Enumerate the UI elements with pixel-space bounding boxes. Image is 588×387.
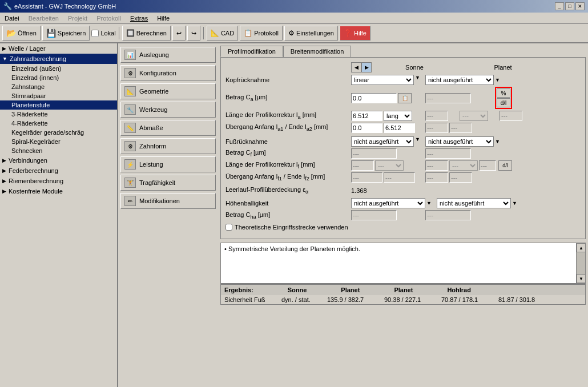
- sidebar-item-einzelrad-innen[interactable]: Einzelrad (innen): [0, 73, 117, 82]
- left-panel: 📊 Auslegung ⚙ Konfiguration 📐 Geometrie …: [118, 43, 218, 387]
- calculate-button[interactable]: 🔲 Berechnen: [122, 26, 171, 41]
- triangle-icon: ▶: [2, 46, 6, 51]
- leerlauf-profilueberdeckung-label: Leerlauf-Profilüberdeckung εα: [225, 186, 351, 195]
- scrollbar-v[interactable]: ▲ ▼: [576, 243, 585, 283]
- sidebar-item-3raeder[interactable]: 3-Räderkette: [0, 110, 117, 119]
- save-icon: 💾: [46, 29, 56, 38]
- help-button[interactable]: ❓ Hilfe: [340, 26, 370, 41]
- sidebar-group-feder[interactable]: ▶ Federberechnung: [0, 166, 117, 176]
- modifikationen-button[interactable]: ✏ Modifikationen: [120, 193, 216, 209]
- lokal-checkbox[interactable]: [91, 30, 99, 37]
- sidebar-item-einzelrad-aussen[interactable]: Einzelrad (außen): [0, 64, 117, 73]
- leistung-button[interactable]: ⚡ Leistung: [120, 156, 216, 172]
- geometrie-button[interactable]: 📐 Geometrie: [120, 83, 216, 99]
- tragfahigkeit-button[interactable]: 🏋 Tragfähigkeit: [120, 175, 216, 191]
- results-row: Sicherheit Fuß dyn. / stat. 135.9 / 382.…: [221, 295, 585, 304]
- di-button[interactable]: d/l: [497, 98, 510, 107]
- menu-datei[interactable]: Datei: [2, 14, 22, 22]
- sidebar-item-kegelraeder[interactable]: Kegelräder gerade/schräg: [0, 128, 117, 137]
- open-button[interactable]: 📂 Öffnen: [2, 26, 41, 41]
- betrag-ca-sonne-input[interactable]: [351, 93, 397, 103]
- laenge-profilkorrektur-sonne-input[interactable]: [351, 111, 382, 121]
- lokal-checkbox-label[interactable]: Lokal: [91, 30, 115, 37]
- uebergang-ende-sonne-input[interactable]: [384, 123, 415, 133]
- info-text-area: • Symmetrische Verteilung der Planeten m…: [221, 243, 576, 283]
- laenge-pf-sonne-dropdown: ---: [375, 160, 404, 171]
- open-icon: 📂: [6, 29, 16, 38]
- cad-icon: 📐: [211, 29, 219, 37]
- sidebar-group-kostenfreie[interactable]: ▶ Kostenfreie Module: [0, 186, 117, 196]
- sidebar-group-verbindungen[interactable]: ▶ Verbindungen: [0, 155, 117, 166]
- auslegung-button[interactable]: 📊 Auslegung: [120, 47, 216, 63]
- laenge-profilkorrektur-f-label: Länge der Profilkorrektur lf [mm]: [225, 161, 351, 170]
- scroll-up-button[interactable]: ▲: [577, 243, 586, 252]
- settings-button[interactable]: ⚙ Einstellungen: [284, 26, 338, 41]
- laenge-profilkorrektur-label: Länge der Profilkorrektur la [mm]: [225, 111, 351, 120]
- result-dynstat: dyn. / stat.: [281, 296, 316, 303]
- sidebar-item-spiral[interactable]: Spiral-Kegelräder: [0, 137, 117, 146]
- kopfruecknahme-label: Kopfrücknahme: [225, 76, 351, 83]
- sidebar-item-stirnradpaar[interactable]: Stirnradpaar: [0, 91, 117, 100]
- di-button-2[interactable]: d/l: [498, 160, 512, 171]
- kopfruecknahme-planet-select[interactable]: nicht ausgeführt: [425, 75, 494, 85]
- betrag-cha-label: Betrag Cha [µm]: [225, 211, 351, 220]
- sidebar-item-planetenstufe[interactable]: Planetenstufe: [0, 100, 117, 110]
- redo-button[interactable]: ↪: [187, 26, 200, 41]
- betrag-cf-planet-input: [425, 148, 471, 159]
- protokoll-button[interactable]: 📋 Protokoll: [240, 26, 283, 41]
- leerlauf-planet2: [449, 172, 472, 183]
- menu-extras[interactable]: Extras: [128, 14, 150, 22]
- sidebar-group-zahnrad[interactable]: ▼ Zahnradberechnung: [0, 54, 117, 64]
- separator-2: [203, 27, 204, 39]
- uebergang-anfang-sonne-input[interactable]: [351, 123, 382, 133]
- betrag-cf-sonne-input: [351, 148, 397, 159]
- konfiguration-button[interactable]: ⚙ Konfiguration: [120, 65, 216, 81]
- laenge-profilkorrektur-sonne-dropdown[interactable]: lang: [384, 111, 412, 121]
- eingriffsstrecke-checkbox[interactable]: [225, 224, 232, 231]
- abmasse-button[interactable]: 📏 Abmaße: [120, 120, 216, 136]
- calculate-icon: 🔲: [126, 29, 135, 37]
- undo-button[interactable]: ↩: [172, 26, 186, 41]
- fussruecknahme-planet-select[interactable]: nicht ausgeführt: [425, 136, 494, 147]
- laenge-pf-planet2: [479, 160, 496, 171]
- save-button[interactable]: 💾 Speichern: [42, 26, 90, 41]
- hoehenballigkeit-sonne-select[interactable]: nicht ausgeführt: [351, 198, 425, 208]
- scroll-down-button[interactable]: ▼: [577, 274, 586, 283]
- minimize-button[interactable]: _: [555, 2, 564, 10]
- betrag-cha-sonne-input: [351, 210, 397, 220]
- konfiguration-icon: ⚙: [124, 68, 136, 78]
- percent-button[interactable]: %: [497, 88, 510, 98]
- sidebar-group-riemen[interactable]: ▶ Riemenberechnung: [0, 176, 117, 186]
- sidebar-group-welle[interactable]: ▶ Welle / Lager: [0, 43, 117, 54]
- nav-prev-button[interactable]: ◀: [351, 62, 361, 72]
- zahnform-button[interactable]: ⚙ Zahnform: [120, 138, 216, 154]
- close-button[interactable]: ✕: [575, 2, 585, 10]
- kopfruecknahme-sonne-select[interactable]: linear: [351, 75, 414, 85]
- sidebar-item-zahnstange[interactable]: Zahnstange: [0, 82, 117, 91]
- tab-profilmodifikation[interactable]: Profilmodifikation: [220, 46, 283, 57]
- werkzeug-button[interactable]: 🔧 Werkzeug: [120, 102, 216, 118]
- betrag-ca-icon-button[interactable]: 📋: [398, 93, 412, 103]
- nav-next-button[interactable]: ▶: [361, 62, 372, 72]
- tab-breitenmodifikation[interactable]: Breitenmodifikation: [283, 46, 352, 57]
- right-panel: Profilmodifikation Breitenmodifikation ◀…: [218, 43, 588, 387]
- triangle-icon-5: ▶: [2, 178, 6, 184]
- menu-projekt[interactable]: Projekt: [66, 14, 90, 22]
- menu-hilfe[interactable]: Hilfe: [155, 14, 172, 22]
- hoehenballigkeit-planet-select[interactable]: nicht ausgeführt: [437, 198, 511, 208]
- modifikationen-icon: ✏: [124, 196, 136, 206]
- sidebar-item-4raeder[interactable]: 4-Räderkette: [0, 119, 117, 128]
- auslegung-icon: 📊: [124, 50, 136, 60]
- result-planet2-val: 70.87 / 178.1: [441, 296, 487, 303]
- menu-protokoll[interactable]: Protokoll: [94, 14, 123, 22]
- betrag-cf-label: Betrag Cf [µm]: [225, 149, 351, 158]
- maximize-button[interactable]: □: [565, 2, 574, 10]
- laenge-pf-planet-dropdown: ---: [449, 160, 478, 171]
- menu-bearbeiten[interactable]: Bearbeiten: [26, 14, 61, 22]
- undo-icon: ↩: [176, 30, 182, 37]
- sidebar-item-schnecken[interactable]: Schnecken: [0, 146, 117, 155]
- result-sonne-val: 135.9 / 382.7: [327, 296, 373, 303]
- cad-button[interactable]: 📐 CAD: [207, 26, 238, 41]
- app-icon: 🔧: [3, 2, 12, 10]
- fussruecknahme-sonne-select[interactable]: nicht ausgeführt: [351, 136, 414, 147]
